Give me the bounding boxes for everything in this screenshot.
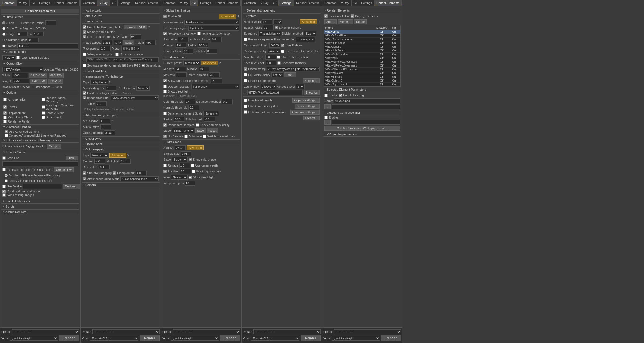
put-image-check[interactable] [2, 168, 6, 171]
reflective-check[interactable] [197, 32, 201, 35]
size-input[interactable] [96, 101, 107, 106]
sys-advanced-btn[interactable]: Advanced [300, 19, 317, 24]
setup-btn[interactable]: Setup... [47, 144, 61, 149]
tab-gi-4[interactable]: GI [271, 0, 279, 6]
lc-filter-select[interactable]: Nearest [171, 175, 188, 180]
view-select-3[interactable]: Quad 4 - VRayF [171, 336, 219, 341]
tab-render-elements-4[interactable]: Render Elements [294, 0, 321, 6]
cm-advanced-btn[interactable]: Advanced [109, 153, 126, 158]
tab-common-5[interactable]: Common [322, 0, 339, 6]
full-width-check[interactable] [244, 73, 247, 76]
res3-btn[interactable]: 1280x720 [30, 79, 47, 84]
min-rate-input[interactable] [175, 67, 186, 71]
distributed-check[interactable] [244, 79, 247, 82]
cm-mode-select[interactable]: Color mapping and c [120, 176, 159, 181]
tab-settings-4[interactable]: Settings [279, 0, 294, 6]
auto-region-check[interactable] [16, 56, 20, 59]
table-row[interactable]: VRayMtlRefractGlossiness Off On [324, 68, 400, 71]
height-fb-input[interactable] [145, 40, 156, 45]
frame-stamp-input[interactable] [267, 67, 320, 71]
area-render-section[interactable]: ▼ Area to Render [1, 49, 79, 54]
render-btn-1[interactable]: Render [59, 335, 79, 341]
image-filter-check[interactable] [83, 96, 86, 99]
division-method-select[interactable]: Size [304, 31, 316, 36]
embree-hair-check[interactable] [277, 56, 280, 59]
color-mapping-section[interactable]: - Color mapping [82, 147, 160, 152]
tab-common-3[interactable]: Common [161, 0, 178, 6]
cm-type-select[interactable]: Reinhard [90, 153, 108, 158]
selected-params-section[interactable]: - Selected Element Parameters [323, 87, 401, 92]
cm-multiplier-input[interactable] [120, 159, 131, 164]
vrayalpha-params-section[interactable]: - VRayAlpha parameters [323, 132, 401, 137]
switch-to-saved-check[interactable] [203, 135, 206, 138]
use-camera-path-lc-check[interactable] [191, 164, 194, 167]
bucket-size-select[interactable]: L [273, 19, 282, 24]
tab-settings-3[interactable]: Settings [198, 0, 213, 6]
force-2sided-check[interactable] [42, 111, 45, 115]
tab-vray-3[interactable]: V-Ray [178, 0, 191, 6]
devices-btn[interactable]: Devices... [63, 184, 80, 189]
tab-render-elements-1[interactable]: Render Elements [52, 0, 80, 6]
dist-threshold-input[interactable] [222, 99, 233, 104]
table-row[interactable]: VRayMtlSelect Off On [324, 71, 400, 75]
table-row[interactable]: VRayNormals Off On [324, 75, 400, 79]
previous-render-select[interactable]: Unchange [296, 37, 315, 42]
video-color-check[interactable] [3, 116, 7, 119]
lc-interp-input[interactable] [185, 181, 195, 186]
memory-fb-check[interactable] [83, 30, 86, 34]
width-input[interactable] [12, 73, 28, 78]
tab-common-2[interactable]: Common [81, 0, 97, 6]
retrace-input[interactable] [179, 163, 190, 168]
verbose-select[interactable]: 3 [296, 84, 305, 89]
separate-channels-check[interactable] [83, 64, 86, 67]
show-last-vfb-btn[interactable]: Show last VFB [124, 25, 147, 29]
combustion-enable-check[interactable] [324, 116, 328, 119]
swap-btn[interactable]: Swap [123, 40, 134, 45]
save-rgb-check[interactable] [122, 64, 126, 67]
max-tree-input[interactable] [265, 55, 276, 60]
tab-settings-1[interactable]: Settings [37, 0, 52, 6]
table-row[interactable]: VRayObjectSelect Off On [324, 83, 400, 86]
size-select[interactable]: L [114, 40, 122, 45]
cm-burn-input[interactable] [99, 165, 110, 169]
light-cache-section[interactable]: - Light cache [162, 139, 240, 144]
create-now-btn[interactable]: Create Now [54, 167, 74, 172]
combustion-dots-btn[interactable]: ... [324, 120, 331, 125]
merge-btn[interactable]: Merge ... [338, 19, 353, 24]
table-row[interactable]: VRayLighting Off On [324, 45, 400, 49]
render-btn-3[interactable]: Render [220, 335, 240, 341]
secondary-engine-select[interactable]: Light cache [188, 26, 239, 31]
assign-renderer-section[interactable]: + Assign Renderer [1, 209, 79, 214]
tab-settings-2[interactable]: Settings [118, 0, 133, 6]
dont-delete-check[interactable] [163, 135, 167, 138]
log-window-select[interactable]: Always [261, 84, 276, 89]
table-row[interactable]: VRayLightSelect Off On [324, 49, 400, 53]
tab-render-elements-5[interactable]: Render Elements [374, 0, 402, 6]
radius-gi-input[interactable] [198, 43, 208, 48]
create-combustion-btn[interactable]: Create Combustion Workspace Now ... [324, 126, 400, 131]
preset-select-1[interactable]: -------------------- [12, 329, 79, 334]
combustion-path-input[interactable] [332, 120, 400, 125]
use-glossy-check[interactable] [192, 170, 195, 173]
tab-gi-1[interactable]: GI [30, 0, 37, 6]
use-device-check[interactable] [2, 185, 6, 188]
scale-irr-select[interactable]: Screen [203, 111, 219, 116]
sequence-select[interactable]: Triangulation [258, 31, 281, 36]
presets-btn[interactable]: Presets... [303, 116, 320, 120]
range-to-input[interactable] [33, 32, 44, 36]
save-alpha-check[interactable] [142, 64, 145, 67]
render-elements-section[interactable]: - Render Elements [323, 8, 401, 13]
scripts-section[interactable]: + Scripts [1, 204, 79, 209]
preset-select-2[interactable]: -------------------- [92, 329, 160, 334]
dist-settings-btn[interactable]: Settings... [303, 78, 320, 83]
single-radio[interactable] [2, 21, 5, 24]
device-input[interactable] [23, 184, 62, 189]
subdivs-gi-input[interactable] [206, 49, 217, 54]
reverse-sequence-check[interactable] [244, 38, 247, 41]
frames-radio[interactable] [2, 45, 5, 47]
objects-settings-btn[interactable]: Objects settings... [292, 98, 320, 103]
subdivs-mult-input[interactable] [204, 117, 215, 122]
email-section[interactable]: + Email Notifications [1, 199, 79, 204]
retrace-check[interactable] [163, 164, 167, 167]
face-level-input[interactable] [266, 61, 276, 65]
